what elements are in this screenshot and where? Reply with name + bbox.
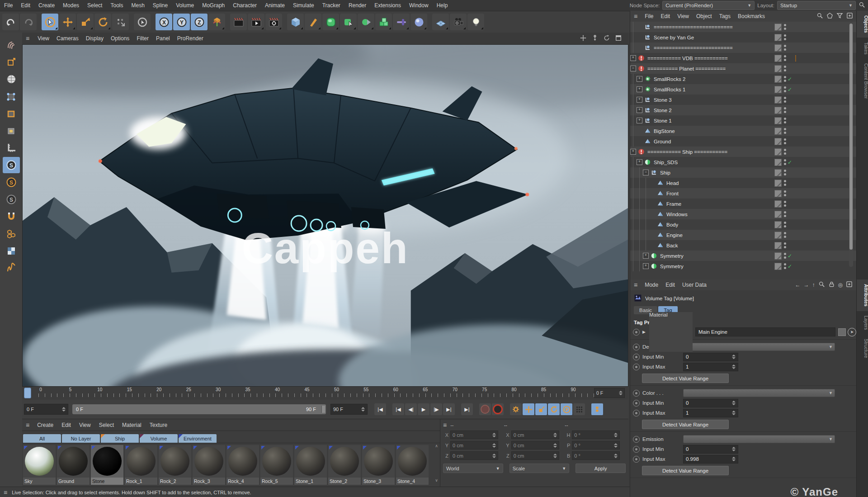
volume-builder-button[interactable] (375, 14, 392, 30)
visibility-dots[interactable] (784, 232, 786, 238)
spinner-icon[interactable] (619, 391, 623, 395)
tree-row--ship-[interactable]: +=========== Ship =========== (630, 147, 856, 157)
material-item-stone_3[interactable]: Stone_3 (362, 445, 395, 485)
viewport-3d[interactable]: Cappeh (22, 44, 628, 387)
object-menu-bookmarks[interactable]: Bookmarks (734, 13, 769, 19)
autokey-toggle[interactable] (492, 403, 504, 415)
visibility-dots[interactable] (784, 263, 786, 269)
menubar-item-tracker[interactable]: Tracker (318, 2, 344, 9)
menubar-item-select[interactable]: Select (83, 2, 106, 9)
panel-tab-attributes[interactable]: Attributes (857, 279, 868, 311)
search-icon[interactable] (859, 1, 865, 9)
tree-row-head[interactable]: +Head (630, 178, 856, 188)
object-manager-menu-icon[interactable]: ≡ (630, 13, 641, 20)
layer-chip[interactable] (774, 44, 782, 52)
spinner-icon[interactable] (732, 364, 736, 369)
detect-value-range-button[interactable]: Detect Value Range (642, 466, 729, 475)
menubar-item-tools[interactable]: Tools (106, 2, 127, 9)
edges-mode-button[interactable] (3, 105, 20, 122)
material-item-rock_3[interactable]: Rock_3 (193, 445, 225, 485)
layer-chip[interactable] (774, 221, 782, 228)
object-menu-file[interactable]: File (641, 13, 657, 19)
material-menu-view[interactable]: View (75, 422, 95, 428)
tree-row-front[interactable]: +Front (630, 188, 856, 199)
enabled-check-icon[interactable]: ✓ (788, 76, 794, 82)
move-tool[interactable] (59, 14, 76, 30)
group-gradient-bar[interactable]: ▼ (683, 343, 835, 351)
viewport-menu-filter[interactable]: Filter (133, 35, 152, 42)
enabled-check-icon[interactable]: ✓ (788, 263, 794, 270)
coordinate-rotation-field[interactable]: 0 ° (572, 431, 620, 439)
attribute-menu-edit[interactable]: Edit (662, 282, 679, 288)
material-item-rock_1[interactable]: Rock_1 (125, 445, 157, 485)
spinner-icon[interactable] (732, 447, 736, 451)
workplane-snap-button[interactable] (3, 243, 20, 259)
layer-chip[interactable] (774, 263, 782, 270)
node-space-select[interactable]: Current (ProRender)▼ (662, 1, 755, 10)
keyframe-dot-icon[interactable] (633, 436, 640, 443)
attribute-value-field[interactable]: 0 (683, 353, 738, 361)
menubar-item-volume[interactable]: Volume (172, 2, 198, 9)
target-icon[interactable]: ◎ (838, 282, 843, 288)
subdivision-surface-button[interactable] (322, 14, 339, 30)
viewport-menu-display[interactable]: Display (82, 35, 107, 42)
tree-expander[interactable]: + (643, 253, 649, 259)
layer-chip[interactable] (774, 232, 782, 239)
material-item-ground[interactable]: Ground (57, 445, 90, 485)
layer-chip[interactable] (774, 159, 782, 166)
visibility-dots[interactable] (784, 97, 786, 103)
spinner-icon[interactable] (62, 407, 66, 412)
polygons-mode-button[interactable] (3, 123, 20, 139)
layer-chip[interactable] (774, 190, 782, 197)
material-menu-select[interactable]: Select (95, 422, 118, 428)
layer-chip[interactable] (774, 65, 782, 72)
material-item-stone_4[interactable]: Stone_4 (396, 445, 429, 485)
forward-arrow-icon[interactable]: → (804, 282, 809, 288)
attribute-value-field[interactable]: 1 (683, 409, 738, 417)
visibility-dots[interactable] (784, 118, 786, 123)
make-editable-button[interactable] (3, 54, 20, 70)
texture-mode-button[interactable] (3, 71, 20, 87)
tree-row--[interactable]: +========================== (630, 22, 856, 32)
coordinate-scale-field[interactable]: 0 cm (511, 451, 559, 460)
tree-row-stone-2[interactable]: +Stone 2 (630, 105, 856, 115)
material-menu-edit[interactable]: Edit (57, 422, 75, 428)
timeline-playhead[interactable] (24, 388, 31, 398)
tree-row-stone-1[interactable]: +Stone 1 (630, 115, 856, 126)
layer-chip[interactable] (774, 107, 782, 114)
spinner-icon[interactable] (361, 407, 365, 412)
keyframe-dot-icon[interactable] (633, 446, 640, 453)
add-object-icon[interactable] (846, 12, 853, 20)
visibility-dots[interactable] (784, 211, 786, 217)
deformer-button[interactable] (358, 14, 374, 30)
viewport-menu-options[interactable]: Options (107, 35, 133, 42)
menubar-item-window[interactable]: Window (405, 2, 433, 9)
material-scrollbar[interactable]: ∧∨ (434, 444, 439, 483)
material-menu-material[interactable]: Material (118, 422, 146, 428)
light-button[interactable] (467, 14, 484, 30)
pen-spline-button[interactable] (305, 14, 321, 30)
texture-chip-icon[interactable] (838, 328, 846, 336)
keyframe-selection-button[interactable] (591, 403, 603, 415)
attribute-value-field[interactable]: 0.998 (683, 455, 738, 464)
layout-select[interactable]: Startup▼ (777, 1, 856, 10)
spinner-icon[interactable] (492, 454, 496, 458)
play-button[interactable]: ▶ (418, 403, 429, 415)
back-arrow-icon[interactable]: ← (795, 282, 801, 288)
layer-chip[interactable] (774, 138, 782, 145)
keying-settings-button[interactable] (510, 403, 522, 415)
tree-expander[interactable]: + (637, 97, 642, 103)
coordinate-position-field[interactable]: 0 cm (450, 431, 498, 439)
maximize-view-icon[interactable] (615, 34, 622, 43)
render-view-button[interactable] (230, 14, 247, 30)
visibility-dots[interactable] (784, 66, 786, 71)
layer-tab-no-layer[interactable]: No Layer (62, 434, 100, 443)
tree-expander[interactable]: + (637, 118, 642, 123)
layer-chip[interactable] (774, 200, 782, 208)
tree-expander[interactable]: + (637, 86, 642, 92)
floor-button[interactable] (432, 14, 449, 30)
status-menu-icon[interactable]: ≡ (3, 489, 8, 496)
prev-key-button[interactable]: |◀ (392, 403, 404, 415)
tree-expander[interactable]: − (630, 66, 636, 71)
tree-row--vdb-[interactable]: +=========== VDB =========== (630, 53, 856, 63)
